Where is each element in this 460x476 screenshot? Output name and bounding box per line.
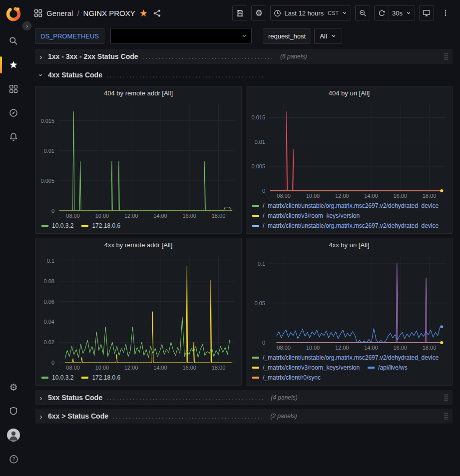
- tv-mode-button[interactable]: [419, 5, 434, 20]
- refresh-interval-dropdown[interactable]: 30s: [389, 5, 415, 20]
- legend-label: 10.0.3.2: [52, 373, 73, 382]
- panel-title[interactable]: 4xx by uri [All]: [246, 238, 452, 252]
- timeseries-chart[interactable]: 08:0010:0012:0014:0016:0018:0000.050.1: [246, 252, 452, 352]
- panels-grid: 404 by remote addr [All] 08:0010:0012:00…: [35, 86, 453, 386]
- chart-area: 08:0010:0012:0014:0016:0018:0000.050.1: [246, 252, 452, 352]
- panel-title[interactable]: 4xx by remote addr [All]: [35, 238, 241, 252]
- legend-item[interactable]: /sw.js: [368, 231, 393, 233]
- favorite-star-icon[interactable]: [139, 9, 148, 17]
- row-title: 1xx - 3xx - 2xx Status Code: [48, 52, 138, 60]
- time-range-picker[interactable]: Last 12 hours CST: [270, 5, 351, 20]
- legend-item[interactable]: /_matrix/client/unstable/org.matrix.msc2…: [252, 383, 439, 385]
- legend-label: /_matrix/client/unstable/org.matrix.msc2…: [263, 221, 439, 230]
- svg-text:14:00: 14:00: [153, 365, 167, 371]
- svg-text:16:00: 16:00: [393, 193, 407, 199]
- zoom-out-button[interactable]: [355, 5, 370, 20]
- legend-swatch: [252, 215, 259, 217]
- sidebar-item-alerting[interactable]: [0, 125, 27, 149]
- refresh-button[interactable]: [374, 5, 389, 20]
- dashboard-row-6xx[interactable]: › 6xx > Status Code ....................…: [35, 409, 453, 424]
- dashboard-row-1xx-3xx-2xx[interactable]: › 1xx - 3xx - 2xx Status Code ..........…: [35, 49, 453, 64]
- row-panel-count: (2 panels): [270, 413, 297, 420]
- legend-label: 10.0.3.2: [52, 221, 73, 230]
- legend-swatch: [41, 225, 48, 227]
- sidebar-item-starred[interactable]: [0, 53, 27, 77]
- dashboard-row-5xx[interactable]: › 5xx Status Code ......................…: [35, 390, 453, 405]
- panel-legend: /_matrix/client/unstable/org.matrix.msc2…: [246, 352, 452, 385]
- panel-legend: /_matrix/client/unstable/org.matrix.msc2…: [246, 200, 452, 233]
- drag-handle-icon[interactable]: [444, 394, 449, 402]
- save-icon: [236, 9, 244, 17]
- search-icon: [9, 36, 18, 45]
- sidebar-item-configuration[interactable]: ⚙: [0, 375, 27, 399]
- legend-item[interactable]: /_matrix/client/v3/room_keys/version: [252, 231, 360, 233]
- breadcrumb: General / NGINX PROXY: [34, 9, 161, 17]
- svg-text:14:00: 14:00: [153, 213, 167, 219]
- svg-text:0.1: 0.1: [47, 258, 54, 264]
- legend-item[interactable]: /api/live/ws: [368, 363, 408, 372]
- sidebar-item-dashboards[interactable]: [0, 77, 27, 101]
- legend-swatch: [252, 205, 259, 207]
- legend-item[interactable]: /_matrix/client/r0/sync: [252, 373, 321, 382]
- svg-text:18:00: 18:00: [212, 365, 226, 371]
- legend-item[interactable]: /_matrix/client/v3/room_keys/version: [252, 363, 360, 372]
- sidebar-item-search[interactable]: [0, 29, 27, 53]
- svg-text:12:00: 12:00: [335, 345, 349, 351]
- svg-text:?: ?: [12, 457, 15, 462]
- kebab-menu-button[interactable]: [438, 5, 453, 20]
- svg-text:12:00: 12:00: [124, 365, 138, 371]
- svg-text:0: 0: [262, 188, 265, 194]
- legend-item[interactable]: 172.18.0.6: [81, 221, 120, 230]
- drag-handle-icon[interactable]: [444, 412, 449, 420]
- legend-label: /_matrix/client/v3/room_keys/version: [263, 211, 360, 220]
- timeseries-chart[interactable]: 08:0010:0012:0014:0016:0018:0000.0050.01…: [35, 100, 241, 220]
- svg-text:10:00: 10:00: [95, 213, 109, 219]
- legend-item[interactable]: 172.18.0.6: [81, 373, 120, 382]
- datasource-variable-label[interactable]: DS_PROMETHEUS: [35, 28, 104, 44]
- request-host-variable-label[interactable]: request_host: [263, 28, 311, 44]
- drag-handle-icon[interactable]: [444, 52, 449, 60]
- sidebar-item-profile[interactable]: [0, 423, 27, 447]
- breadcrumb-separator: /: [77, 9, 79, 17]
- sidebar-item-help[interactable]: ?: [0, 447, 27, 471]
- apps-icon[interactable]: [34, 9, 42, 17]
- dashboard-settings-button[interactable]: ⚙: [251, 5, 266, 20]
- dashboard-title[interactable]: NGINX PROXY: [83, 9, 135, 17]
- grafana-logo[interactable]: [4, 5, 22, 23]
- legend-swatch: [81, 377, 88, 379]
- panel-title[interactable]: 404 by remote addr [All]: [35, 86, 241, 100]
- panel-404-by-remote-addr: 404 by remote addr [All] 08:0010:0012:00…: [35, 86, 242, 234]
- request-host-variable-select[interactable]: All: [314, 28, 342, 44]
- panel-legend: 10.0.3.2172.18.0.6: [35, 220, 241, 233]
- dashboard-row-4xx[interactable]: › 4xx Status Code ......................…: [35, 67, 453, 82]
- breadcrumb-section[interactable]: General: [46, 9, 73, 17]
- legend-item[interactable]: 10.0.3.2: [41, 373, 73, 382]
- panel-title[interactable]: 404 by uri [All]: [246, 86, 452, 100]
- timeseries-chart[interactable]: 08:0010:0012:0014:0016:0018:0000.020.040…: [35, 252, 241, 372]
- timeseries-chart[interactable]: 08:0010:0012:0014:0016:0018:0000.0050.01…: [246, 100, 452, 200]
- legend-item[interactable]: 10.0.3.2: [41, 221, 73, 230]
- sidebar-item-server-admin[interactable]: [0, 399, 27, 423]
- legend-item[interactable]: /_matrix/client/unstable/org.matrix.msc2…: [252, 221, 439, 230]
- request-host-value: All: [320, 32, 327, 40]
- datasource-variable-select[interactable]: [110, 28, 252, 44]
- legend-swatch: [252, 357, 259, 359]
- legend-item[interactable]: /_matrix/client/v3/room_keys/version: [252, 211, 360, 220]
- save-dashboard-button[interactable]: [232, 5, 247, 20]
- legend-label: /_matrix/client/unstable/org.matrix.msc2…: [263, 383, 439, 385]
- sidebar-item-explore[interactable]: [0, 101, 27, 125]
- legend-item[interactable]: /_matrix/client/unstable/org.matrix.msc2…: [252, 201, 439, 210]
- share-icon[interactable]: [153, 9, 161, 17]
- monitor-icon: [423, 9, 431, 17]
- legend-label: /_matrix/client/r0/sync: [263, 373, 321, 382]
- sidebar-expand-button[interactable]: ›: [22, 21, 31, 30]
- svg-text:0.1: 0.1: [258, 261, 265, 267]
- chevron-down-icon: ›: [37, 72, 45, 78]
- legend-item[interactable]: /_matrix/client/unstable/org.matrix.msc2…: [252, 353, 439, 362]
- panel-4xx-by-uri: 4xx by uri [All] 08:0010:0012:0014:0016:…: [246, 238, 453, 386]
- chevron-down-icon: [331, 33, 337, 39]
- svg-text:08:00: 08:00: [66, 213, 80, 219]
- chevron-right-icon: ›: [38, 52, 44, 61]
- panel-404-by-uri: 404 by uri [All] 08:0010:0012:0014:0016:…: [246, 86, 453, 234]
- svg-text:0.05: 0.05: [255, 300, 265, 306]
